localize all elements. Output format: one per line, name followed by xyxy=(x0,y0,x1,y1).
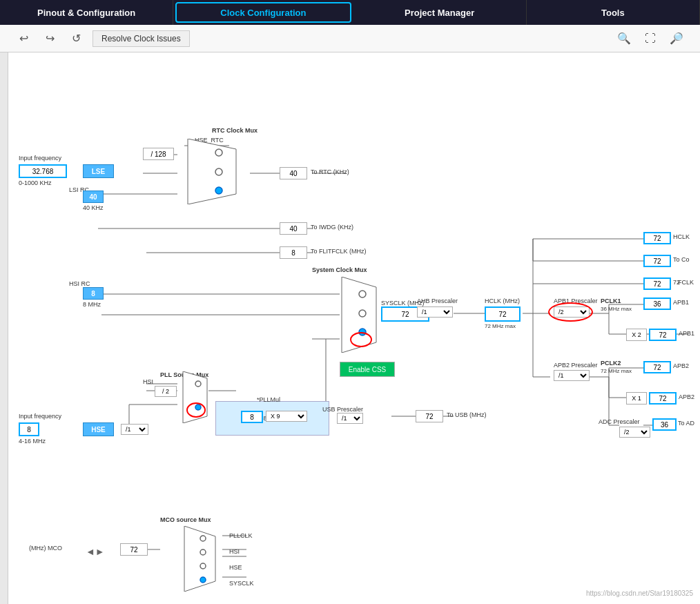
to-usb-label: To USB (MHz) xyxy=(447,411,487,418)
apb1-1-label: APB1 xyxy=(673,299,689,306)
adc-select[interactable]: /2 xyxy=(619,427,650,438)
sys-mux-label: System Clock Mux xyxy=(312,266,367,273)
mco-hse-label: HSE xyxy=(229,564,242,571)
hclk-right-label: HCLK xyxy=(673,233,690,240)
to-iwdg-box: 40 xyxy=(280,222,307,235)
pll-mul-label: *PLLMul xyxy=(257,396,280,403)
input-range-top-label: 0-1000 KHz xyxy=(19,179,52,186)
hclk-label: HCLK (MHz) xyxy=(485,298,520,304)
x1-box[interactable]: X 1 xyxy=(626,392,647,405)
hclk-right-box: 72 xyxy=(643,232,671,244)
left-scrollbar[interactable] xyxy=(0,52,8,604)
to-flit-box: 8 xyxy=(280,246,307,259)
zoom-in-button[interactable]: 🔍 xyxy=(614,29,634,48)
tab-pinout[interactable]: Pinout & Configuration xyxy=(0,0,173,25)
x2-box[interactable]: X 2 xyxy=(626,329,647,341)
svg-point-53 xyxy=(215,168,222,175)
svg-marker-62 xyxy=(184,526,215,592)
ahb-label: AHB Prescaler xyxy=(417,298,458,304)
svg-point-54 xyxy=(215,187,222,194)
hsi-rc-label: HSI RC xyxy=(69,280,90,287)
fullscreen-button[interactable]: ⛶ xyxy=(641,29,660,48)
pclk2-box: 72 xyxy=(643,361,671,373)
apb1-label: APB1 Prescaler xyxy=(554,298,598,304)
input-val-bot-box[interactable]: 8 xyxy=(19,422,39,436)
apb1-timer-box: 72 xyxy=(649,329,677,341)
hse-box[interactable]: HSE xyxy=(83,422,114,436)
tab-tools[interactable]: Tools xyxy=(527,0,700,25)
lsi-rc-box[interactable]: 40 xyxy=(83,191,104,203)
apb1-2-label: APB1 xyxy=(679,330,694,337)
svg-marker-59 xyxy=(183,371,207,423)
usb-out-box: 72 xyxy=(416,410,443,422)
usb-select[interactable]: /1 xyxy=(337,413,363,424)
pll-mul-select[interactable]: X 9 xyxy=(266,411,307,422)
main-area: Input frequency 32.768 0-1000 KHz LSE LS… xyxy=(0,52,700,604)
tab-clock[interactable]: Clock Configuration xyxy=(175,2,351,23)
svg-marker-51 xyxy=(188,139,236,204)
apb2-2-label: APB2 xyxy=(679,393,694,400)
svg-point-65 xyxy=(200,563,206,569)
mco-val-box: 72 xyxy=(120,543,148,556)
to-rtc-label: To RTC (KHz) xyxy=(311,168,349,175)
redo-button[interactable]: ↪ xyxy=(40,29,59,48)
pll-mux-shape xyxy=(176,371,214,423)
input-freq-top-label: Input frequency xyxy=(19,155,61,162)
lsi-rc-unit: 40 KHz xyxy=(83,204,104,211)
svg-point-63 xyxy=(200,536,206,541)
svg-point-66 xyxy=(200,577,206,583)
ahb-select[interactable]: /1 xyxy=(417,306,453,318)
hsi-div2-box[interactable]: / 2 xyxy=(155,386,177,397)
coclk-box: 72 xyxy=(643,255,671,267)
pclk1-box: 36 xyxy=(643,298,671,310)
mco-arrows: ◄► xyxy=(86,546,105,557)
usb-label: USB Prescaler xyxy=(322,406,363,413)
top-navigation: Pinout & Configuration Clock Configurati… xyxy=(0,0,700,25)
pclk1-label: PCLK1 xyxy=(601,298,621,304)
mco-src-label: MCO source Mux xyxy=(160,516,211,523)
apb2-1-label: APB2 xyxy=(673,362,689,369)
tab-project[interactable]: Project Manager xyxy=(353,0,527,25)
adc-label: ADC Prescaler xyxy=(599,418,640,425)
apb2-label: APB2 Prescaler xyxy=(554,362,598,369)
refresh-button[interactable]: ↺ xyxy=(66,29,86,48)
to-flit-label: To FLITFCLK (MHz) xyxy=(311,248,367,255)
enable-css-button[interactable]: Enable CSS xyxy=(340,362,395,377)
hclk-box[interactable]: 72 xyxy=(485,306,521,322)
apb1-select[interactable]: /2 xyxy=(554,306,590,318)
resolve-clock-button[interactable]: Resolve Clock Issues xyxy=(93,30,190,47)
pclk1-max-label: 36 MHz max xyxy=(601,306,632,312)
to-adc-label: To AD xyxy=(678,420,694,427)
mco-mux-shape xyxy=(171,526,226,592)
lse-box[interactable]: LSE xyxy=(83,164,114,178)
apb2-select[interactable]: /1 xyxy=(554,370,590,381)
svg-point-57 xyxy=(359,310,366,317)
adc-out-box: 36 xyxy=(652,418,677,431)
sys-mux-shape xyxy=(331,277,387,353)
pclk2-label: PCLK2 xyxy=(601,360,621,367)
svg-point-52 xyxy=(215,149,222,156)
input-range-bot-label: 4-16 MHz xyxy=(19,438,46,445)
hsi-pll-label: HSI xyxy=(143,378,153,385)
svg-point-60 xyxy=(195,381,201,387)
hclk-max-label: 72 MHz max xyxy=(485,323,516,329)
to-co-label: To Co xyxy=(673,256,690,263)
mco-hsi-label: HSI xyxy=(229,548,240,555)
rtc-mux-label: RTC Clock Mux xyxy=(212,127,257,134)
diagram-area: Input frequency 32.768 0-1000 KHz LSE LS… xyxy=(8,52,700,604)
hse-div-box[interactable]: / 128 xyxy=(143,148,174,160)
hsi-rc-box[interactable]: 8 xyxy=(83,287,104,300)
input-val-top-box[interactable]: 32.768 xyxy=(19,164,67,178)
mco-sysclk-label: SYSCLK xyxy=(229,580,254,587)
to-rtc-box: 40 xyxy=(280,167,307,179)
hsi-rc-unit: 8 MHz xyxy=(83,301,101,308)
svg-point-56 xyxy=(359,291,366,298)
zoom-out-button[interactable]: 🔎 xyxy=(667,29,686,48)
hse-div-select[interactable]: /1 xyxy=(121,424,148,435)
to-iwdg-label: To IWDG (KHz) xyxy=(311,224,353,231)
undo-button[interactable]: ↩ xyxy=(14,29,33,48)
svg-point-58 xyxy=(359,329,366,335)
fclk-text: FCLK xyxy=(678,279,694,286)
rtc-mux-shape xyxy=(174,139,250,204)
fclk-box: 72 xyxy=(643,277,671,290)
